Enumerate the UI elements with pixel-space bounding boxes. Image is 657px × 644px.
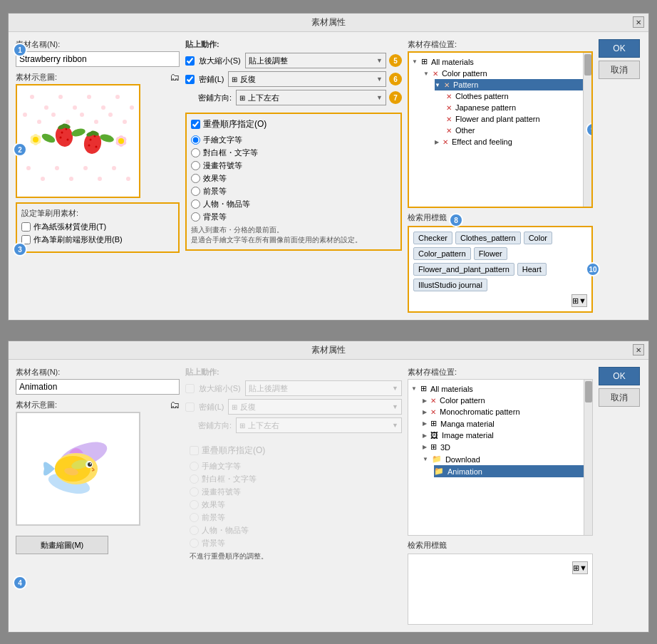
dialog2-tree-mono-icon: ✕ bbox=[430, 408, 436, 416]
order-radio-5[interactable] bbox=[191, 187, 200, 196]
tag-checker[interactable]: Checker bbox=[413, 232, 452, 244]
dialog2-name-input[interactable] bbox=[16, 379, 180, 395]
order-radio-6[interactable] bbox=[191, 199, 200, 209]
dialog2-tree-3d-label: 3D bbox=[440, 443, 450, 452]
svg-point-13 bbox=[80, 113, 84, 117]
svg-point-11 bbox=[51, 113, 56, 117]
tag-add-button[interactable]: ⊞▼ bbox=[571, 294, 587, 307]
tag-color[interactable]: Color bbox=[524, 232, 552, 244]
tree-clothes-icon: ✕ bbox=[446, 93, 452, 100]
dialog2-folder-icon[interactable]: 🗂 bbox=[170, 399, 180, 410]
dialog2-location-label: 素材存檔位置: bbox=[408, 367, 593, 378]
dialog2-cancel-button[interactable]: 取消 bbox=[599, 388, 640, 407]
svg-point-2 bbox=[44, 105, 48, 110]
dialog-1-close-button[interactable]: ✕ bbox=[633, 16, 644, 28]
dialog2-tree-3d[interactable]: ▶ ⊞ 3D bbox=[423, 441, 589, 453]
order-radio-4[interactable] bbox=[191, 174, 200, 183]
brush-shape-row: 作為筆刷前端形狀使用(B) bbox=[21, 234, 174, 245]
dialog2-order-radio-1[interactable] bbox=[190, 462, 199, 471]
tree-pattern[interactable]: ▼ ✕ Pattern bbox=[435, 79, 589, 90]
dialog2-tree-download-icon: 📁 bbox=[432, 455, 442, 464]
dialog2-tree-animation[interactable]: 📁 Animation bbox=[434, 465, 589, 477]
svg-point-48 bbox=[118, 138, 124, 144]
order-radio-6-row: 人物・物品等 bbox=[191, 199, 396, 209]
dialog2-right-column: 素材存檔位置: ▼ ⊞ All materials ▶ ✕ Color patt… bbox=[408, 367, 593, 625]
dialog2-tree-download[interactable]: ▼ 📁 Download bbox=[423, 453, 589, 465]
preview-label-row: 素材示意圖: 🗂 bbox=[16, 71, 180, 83]
dialog2-hint-line: 不進行重疊順序的調整。 bbox=[190, 551, 398, 561]
dialog-2-close-button[interactable]: ✕ bbox=[633, 344, 644, 355]
dialog2-tree-scrollbar[interactable] bbox=[584, 380, 592, 535]
dialog2-tree-3d-chevron: ▶ bbox=[423, 444, 427, 450]
order-radio-3[interactable] bbox=[191, 161, 200, 170]
order-checkbox[interactable] bbox=[191, 120, 200, 129]
dialog2-tree-image[interactable]: ▶ 🖼 Image material bbox=[423, 430, 589, 441]
dialog2-tag-add-button[interactable]: ⊞▼ bbox=[572, 561, 588, 574]
dialog2-paste-scale-dropdown[interactable]: 貼上後調整 ▼ bbox=[245, 380, 402, 396]
order-radio-2[interactable] bbox=[191, 148, 200, 157]
paste-dir-dropdown[interactable]: ⊞ 上下左右 ▼ bbox=[236, 90, 386, 105]
tree-other[interactable]: ✕ Other bbox=[446, 125, 589, 136]
location-tree[interactable]: ▼ ⊞ All materials ▼ ✕ Color pattern ▼ ✕ bbox=[408, 51, 593, 208]
tree-effect-feeling[interactable]: ▶ ✕ Effect and feeling bbox=[435, 136, 589, 147]
svg-point-22 bbox=[98, 177, 102, 181]
order-radio-7[interactable] bbox=[191, 212, 200, 222]
tag-illuststudio[interactable]: IllustStudio journal bbox=[413, 279, 487, 291]
tag-flower[interactable]: Flower bbox=[474, 247, 507, 260]
dialog2-paste-lock-dropdown[interactable]: ⊞ 反復 ▼ bbox=[228, 399, 402, 415]
folder-icon[interactable]: 🗂 bbox=[170, 71, 180, 83]
dialog2-tree-color[interactable]: ▶ ✕ Color pattern bbox=[423, 395, 589, 406]
dialog2-order-radio-4[interactable] bbox=[190, 500, 199, 509]
tree-flower-plant[interactable]: ✕ Flower and plant pattern bbox=[446, 113, 589, 125]
paste-lock-dropdown[interactable]: ⊞ 反復 ▼ bbox=[228, 71, 386, 87]
badge-10: 10 bbox=[586, 262, 600, 276]
dialog2-order-radio-7[interactable] bbox=[190, 539, 199, 548]
dialog2-paste-scale-arrow: ▼ bbox=[392, 385, 398, 392]
dialog1-cancel-button[interactable]: 取消 bbox=[599, 61, 640, 79]
dialog2-tree-all[interactable]: ▼ ⊞ All materials bbox=[411, 383, 589, 395]
dialog2-tree-mono[interactable]: ▶ ✕ Monochromatic pattern bbox=[423, 406, 589, 417]
animate-btn[interactable]: 動畫縮圖(M) bbox=[16, 536, 108, 554]
hint-line-1: 插入到畫布・分格的最前面。 bbox=[191, 225, 396, 235]
location-label: 素材存檔位置: bbox=[408, 39, 593, 50]
paste-scale-dropdown[interactable]: 貼上後調整 ▼ bbox=[245, 53, 386, 68]
tree-all-materials[interactable]: ▼ ⊞ All materials bbox=[412, 56, 589, 68]
tag-flower-plant-pattern[interactable]: Flower_and_plant_pattern bbox=[413, 263, 514, 276]
dialog2-ok-button[interactable]: OK bbox=[599, 367, 640, 385]
tag-clothes-pattern[interactable]: Clothes_pattern bbox=[455, 232, 521, 244]
tag-color-pattern[interactable]: Color_pattern bbox=[413, 247, 471, 260]
paste-scale-checkbox[interactable] bbox=[185, 56, 195, 66]
order-radio-1[interactable] bbox=[191, 135, 200, 145]
tree-color-label: Color pattern bbox=[442, 69, 487, 78]
dialog2-tree-manga-icon: ⊞ bbox=[430, 419, 437, 428]
paste-lock-checkbox[interactable] bbox=[185, 75, 195, 84]
dialog2-order-checkbox[interactable] bbox=[190, 446, 199, 455]
dialog2-order-radio-2[interactable] bbox=[190, 474, 199, 484]
dialog2-paste-lock-checkbox[interactable] bbox=[185, 402, 195, 412]
dialog2-order-radio-5[interactable] bbox=[190, 513, 199, 522]
tree-color-icon: ✕ bbox=[433, 70, 438, 78]
dialog2-order-radio-6[interactable] bbox=[190, 526, 199, 535]
dialog2-paste-scale-checkbox[interactable] bbox=[185, 384, 195, 393]
dialog2-order-radio-5-label: 前景等 bbox=[202, 512, 225, 523]
dialog2-tree-all-icon: ⊞ bbox=[420, 384, 427, 393]
dialog2-hint-text: 不進行重疊順序的調整。 bbox=[190, 551, 398, 561]
tree-other-label: Other bbox=[455, 126, 475, 135]
tree-japanese-pattern[interactable]: ✕ Japanese pattern bbox=[446, 102, 589, 113]
order-radio-4-row: 效果等 bbox=[191, 173, 396, 184]
dialog2-location-tree[interactable]: ▼ ⊞ All materials ▶ ✕ Color pattern ▶ ✕ bbox=[408, 379, 593, 536]
name-input[interactable] bbox=[16, 51, 180, 67]
dialog2-tree-manga[interactable]: ▶ ⊞ Manga material bbox=[423, 417, 589, 430]
dialog-1-titlebar: 素材属性 ✕ bbox=[9, 14, 648, 32]
tag-heart[interactable]: Heart bbox=[517, 263, 547, 276]
dialog2-order-radio-3[interactable] bbox=[190, 487, 199, 497]
dialog2-paste-dir-dropdown[interactable]: ⊞ 上下左右 ▼ bbox=[236, 417, 402, 433]
tree-all-chevron: ▼ bbox=[412, 58, 418, 65]
tree-clothes-pattern[interactable]: ✕ Clothes pattern bbox=[446, 90, 589, 102]
dialog1-ok-button[interactable]: OK bbox=[599, 39, 640, 58]
paste-scale-label: 放大縮小(S) bbox=[199, 56, 241, 66]
dialog2-paste-lock-label: 密鋪(L) bbox=[199, 402, 224, 412]
dialog2-order-section: 重疊順序指定(O) 手繪文字等 對白框・文字等 漫畫符號等 bbox=[185, 440, 402, 566]
tree-color-pattern[interactable]: ▼ ✕ Color pattern bbox=[423, 68, 589, 79]
brush-paper-checkbox[interactable] bbox=[21, 222, 31, 232]
